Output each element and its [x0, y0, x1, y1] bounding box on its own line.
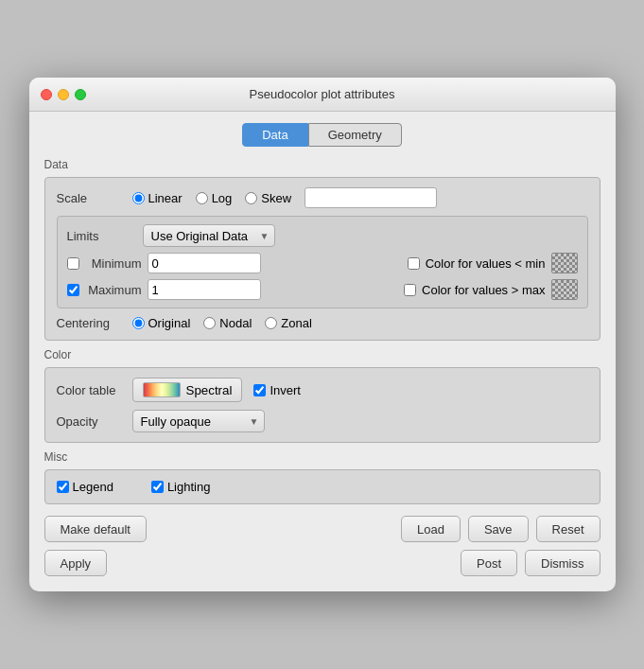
opacity-label: Opacity — [57, 414, 132, 429]
tab-data[interactable]: Data — [242, 123, 307, 147]
main-window: Pseudocolor plot attributes Data Geometr… — [29, 78, 616, 591]
window-title: Pseudocolor plot attributes — [250, 87, 395, 101]
maximum-left: Maximum 1 — [67, 279, 322, 300]
opacity-select-wrap: Fully opaque Custom ▼ — [132, 410, 265, 432]
minimum-left: Minimum 0 — [67, 253, 322, 273]
min-color-swatch[interactable] — [551, 253, 578, 273]
load-button[interactable]: Load — [401, 516, 461, 542]
reset-button[interactable]: Reset — [536, 516, 600, 542]
make-default-button[interactable]: Make default — [44, 516, 147, 542]
content-area: Data Geometry Data Scale Linear Log — [29, 112, 616, 591]
limits-label: Limits — [67, 229, 143, 243]
scale-log-option[interactable]: Log — [196, 191, 233, 205]
footer-row2: Apply Post Dismiss — [44, 550, 600, 576]
scale-linear-radio[interactable] — [132, 192, 145, 204]
post-button[interactable]: Post — [461, 550, 517, 576]
centering-nodal-option[interactable]: Nodal — [203, 316, 252, 330]
color-section-label: Color — [44, 348, 600, 361]
close-button[interactable] — [41, 89, 52, 100]
max-color-label: Color for values > max — [422, 283, 545, 297]
scale-skew-label: Skew — [261, 191, 291, 205]
color-table-label: Color table — [57, 383, 132, 397]
centering-zonal-radio[interactable] — [265, 317, 277, 329]
color-table-button[interactable]: Spectral — [132, 378, 243, 402]
spectral-swatch-preview — [143, 382, 181, 397]
color-panel: Color table Spectral Invert Opacity — [44, 367, 600, 443]
lighting-option[interactable]: Lighting — [151, 480, 211, 494]
data-section-label: Data — [44, 158, 600, 171]
maximum-checkbox[interactable] — [67, 284, 79, 296]
footer-right-1: Load Save Reset — [401, 516, 600, 542]
min-color-checkbox[interactable] — [408, 257, 420, 270]
save-button[interactable]: Save — [468, 516, 529, 542]
scale-linear-label: Linear — [148, 191, 183, 205]
centering-zonal-option[interactable]: Zonal — [265, 316, 312, 330]
minimum-label: Minimum — [85, 256, 142, 271]
min-color-label: Color for values < min — [426, 256, 546, 271]
tab-bar: Data Geometry — [44, 123, 600, 147]
maximum-row: Maximum 1 Color for values > max — [67, 279, 578, 300]
scale-log-radio[interactable] — [196, 192, 208, 204]
invert-checkbox[interactable] — [253, 384, 266, 396]
invert-label: Invert — [270, 383, 301, 397]
centering-nodal-radio[interactable] — [203, 317, 216, 329]
centering-radio-group: Original Nodal Zonal — [132, 316, 588, 330]
minimum-color-section: Color for values < min — [322, 253, 578, 273]
legend-checkbox[interactable] — [57, 481, 69, 493]
titlebar: Pseudocolor plot attributes — [29, 78, 616, 112]
maximum-color-section: Color for values > max — [322, 279, 578, 300]
color-table-name: Spectral — [186, 383, 233, 397]
limits-subpanel: Limits Use Original Data Use Actual Data… — [57, 216, 588, 308]
lighting-label: Lighting — [167, 480, 211, 494]
minimum-input[interactable]: 0 — [148, 253, 261, 273]
legend-label: Legend — [73, 480, 113, 494]
minimum-row: Minimum 0 Color for values < min — [67, 253, 578, 273]
misc-row: Legend Lighting — [57, 480, 588, 494]
color-table-row: Color table Spectral Invert — [57, 378, 588, 402]
dismiss-button[interactable]: Dismiss — [525, 550, 600, 576]
limits-select-wrap: Use Original Data Use Actual Data User D… — [143, 224, 275, 247]
invert-option[interactable]: Invert — [253, 383, 301, 397]
limits-select[interactable]: Use Original Data Use Actual Data User D… — [143, 224, 275, 247]
scale-skew-radio[interactable] — [245, 192, 257, 204]
misc-section-label: Misc — [44, 450, 600, 464]
limits-row: Limits Use Original Data Use Actual Data… — [67, 224, 578, 247]
centering-zonal-label: Zonal — [281, 316, 312, 330]
data-panel: Scale Linear Log Skew 1 — [44, 177, 600, 341]
centering-original-radio[interactable] — [132, 317, 145, 329]
minimum-checkbox[interactable] — [67, 257, 79, 270]
centering-nodal-label: Nodal — [219, 316, 252, 330]
maximize-button[interactable] — [75, 89, 86, 100]
legend-option[interactable]: Legend — [57, 480, 113, 494]
color-table-controls: Spectral Invert — [132, 378, 301, 402]
opacity-row: Opacity Fully opaque Custom ▼ — [57, 410, 588, 432]
centering-original-option[interactable]: Original — [132, 316, 191, 330]
max-color-swatch[interactable] — [551, 279, 578, 300]
centering-label: Centering — [57, 316, 132, 330]
maximum-label: Maximum — [85, 283, 142, 297]
maximum-input[interactable]: 1 — [148, 279, 261, 300]
centering-row: Centering Original Nodal Zonal — [57, 316, 588, 330]
scale-radio-group: Linear Log Skew 1 — [132, 187, 588, 208]
scale-skew-option[interactable]: Skew — [245, 191, 291, 205]
footer-right-2: Post Dismiss — [461, 550, 600, 576]
opacity-select[interactable]: Fully opaque Custom — [132, 410, 265, 432]
apply-button[interactable]: Apply — [44, 550, 108, 576]
tab-geometry[interactable]: Geometry — [308, 123, 402, 147]
scale-linear-option[interactable]: Linear — [132, 191, 183, 205]
scale-row: Scale Linear Log Skew 1 — [57, 187, 588, 208]
scale-log-label: Log — [212, 191, 233, 205]
centering-original-label: Original — [148, 316, 191, 330]
misc-panel: Legend Lighting — [44, 469, 600, 504]
traffic-lights — [41, 89, 86, 100]
footer-row1: Make default Load Save Reset — [44, 516, 600, 542]
skew-value-input[interactable]: 1 — [305, 187, 437, 208]
scale-label: Scale — [57, 191, 132, 205]
minimize-button[interactable] — [58, 89, 69, 100]
max-color-checkbox[interactable] — [404, 284, 416, 296]
lighting-checkbox[interactable] — [151, 481, 164, 493]
